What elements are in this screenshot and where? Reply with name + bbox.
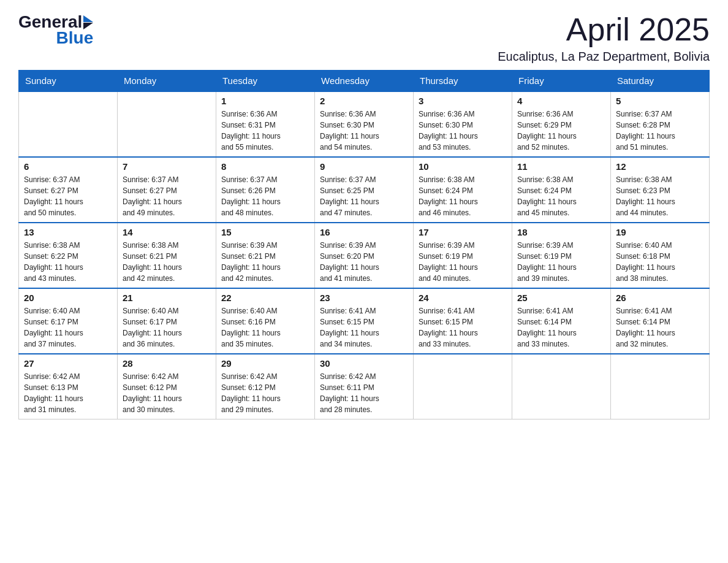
- day-info: Sunrise: 6:39 AMSunset: 6:19 PMDaylight:…: [419, 240, 507, 284]
- week-row-2: 6Sunrise: 6:37 AMSunset: 6:27 PMDaylight…: [19, 157, 710, 223]
- day-number: 23: [320, 293, 408, 303]
- day-number: 26: [616, 293, 704, 303]
- day-number: 14: [123, 227, 211, 237]
- day-info: Sunrise: 6:40 AMSunset: 6:17 PMDaylight:…: [24, 305, 112, 350]
- calendar-cell: 27Sunrise: 6:42 AMSunset: 6:13 PMDayligh…: [19, 354, 118, 419]
- calendar-cell: 18Sunrise: 6:39 AMSunset: 6:19 PMDayligh…: [512, 223, 611, 288]
- day-info: Sunrise: 6:39 AMSunset: 6:19 PMDaylight:…: [517, 240, 605, 284]
- day-info: Sunrise: 6:39 AMSunset: 6:20 PMDaylight:…: [320, 240, 408, 284]
- day-info: Sunrise: 6:38 AMSunset: 6:24 PMDaylight:…: [517, 174, 605, 218]
- day-number: 29: [221, 358, 309, 369]
- day-number: 27: [24, 358, 112, 369]
- calendar-cell: 24Sunrise: 6:41 AMSunset: 6:15 PMDayligh…: [414, 288, 512, 354]
- day-info: Sunrise: 6:42 AMSunset: 6:13 PMDaylight:…: [24, 371, 112, 415]
- calendar-cell: 23Sunrise: 6:41 AMSunset: 6:15 PMDayligh…: [315, 288, 414, 354]
- day-number: 8: [221, 161, 309, 172]
- calendar-cell: 8Sunrise: 6:37 AMSunset: 6:26 PMDaylight…: [216, 157, 315, 223]
- calendar-cell: 21Sunrise: 6:40 AMSunset: 6:17 PMDayligh…: [118, 288, 216, 354]
- day-number: 20: [24, 293, 112, 303]
- day-number: 15: [221, 227, 309, 237]
- calendar-cell: [19, 91, 118, 157]
- calendar-cell: 14Sunrise: 6:38 AMSunset: 6:21 PMDayligh…: [118, 223, 216, 288]
- calendar-cell: 9Sunrise: 6:37 AMSunset: 6:25 PMDaylight…: [315, 157, 414, 223]
- day-number: 4: [517, 96, 605, 106]
- day-info: Sunrise: 6:37 AMSunset: 6:28 PMDaylight:…: [616, 109, 704, 153]
- calendar-header-row: SundayMondayTuesdayWednesdayThursdayFrid…: [19, 71, 710, 92]
- calendar-header-thursday: Thursday: [414, 71, 512, 92]
- day-number: 19: [616, 227, 704, 237]
- day-number: 16: [320, 227, 408, 237]
- day-info: Sunrise: 6:40 AMSunset: 6:17 PMDaylight:…: [123, 305, 211, 350]
- day-info: Sunrise: 6:36 AMSunset: 6:30 PMDaylight:…: [320, 109, 408, 153]
- week-row-1: 1Sunrise: 6:36 AMSunset: 6:31 PMDaylight…: [19, 91, 710, 157]
- calendar-cell: 5Sunrise: 6:37 AMSunset: 6:28 PMDaylight…: [611, 91, 710, 157]
- day-number: 11: [517, 161, 605, 172]
- calendar-cell: 11Sunrise: 6:38 AMSunset: 6:24 PMDayligh…: [512, 157, 611, 223]
- day-number: 28: [123, 358, 211, 369]
- day-info: Sunrise: 6:38 AMSunset: 6:21 PMDaylight:…: [123, 240, 211, 284]
- day-info: Sunrise: 6:42 AMSunset: 6:12 PMDaylight:…: [221, 371, 309, 415]
- logo: General Blue: [18, 12, 93, 48]
- day-info: Sunrise: 6:37 AMSunset: 6:26 PMDaylight:…: [221, 174, 309, 218]
- calendar-cell: 10Sunrise: 6:38 AMSunset: 6:24 PMDayligh…: [414, 157, 512, 223]
- day-number: 24: [419, 293, 507, 303]
- day-number: 3: [419, 96, 507, 106]
- day-info: Sunrise: 6:38 AMSunset: 6:24 PMDaylight:…: [419, 174, 507, 218]
- page-header: General Blue April 2025 Eucaliptus, La P…: [18, 12, 710, 64]
- location-subtitle: Eucaliptus, La Paz Department, Bolivia: [498, 50, 710, 64]
- calendar-cell: [414, 354, 512, 419]
- calendar-header-tuesday: Tuesday: [216, 71, 315, 92]
- calendar-cell: 16Sunrise: 6:39 AMSunset: 6:20 PMDayligh…: [315, 223, 414, 288]
- calendar-cell: [611, 354, 710, 419]
- calendar-cell: 22Sunrise: 6:40 AMSunset: 6:16 PMDayligh…: [216, 288, 315, 354]
- calendar-cell: 12Sunrise: 6:38 AMSunset: 6:23 PMDayligh…: [611, 157, 710, 223]
- calendar-header-monday: Monday: [118, 71, 216, 92]
- day-number: 13: [24, 227, 112, 237]
- day-info: Sunrise: 6:37 AMSunset: 6:27 PMDaylight:…: [24, 174, 112, 218]
- day-number: 9: [320, 161, 408, 172]
- calendar-cell: 29Sunrise: 6:42 AMSunset: 6:12 PMDayligh…: [216, 354, 315, 419]
- day-number: 5: [616, 96, 704, 106]
- calendar-cell: 20Sunrise: 6:40 AMSunset: 6:17 PMDayligh…: [19, 288, 118, 354]
- week-row-3: 13Sunrise: 6:38 AMSunset: 6:22 PMDayligh…: [19, 223, 710, 288]
- calendar-cell: 13Sunrise: 6:38 AMSunset: 6:22 PMDayligh…: [19, 223, 118, 288]
- calendar-cell: 30Sunrise: 6:42 AMSunset: 6:11 PMDayligh…: [315, 354, 414, 419]
- day-number: 6: [24, 161, 112, 172]
- day-info: Sunrise: 6:41 AMSunset: 6:14 PMDaylight:…: [616, 305, 704, 350]
- calendar-cell: 26Sunrise: 6:41 AMSunset: 6:14 PMDayligh…: [611, 288, 710, 354]
- day-info: Sunrise: 6:41 AMSunset: 6:14 PMDaylight:…: [517, 305, 605, 350]
- day-info: Sunrise: 6:40 AMSunset: 6:18 PMDaylight:…: [616, 240, 704, 284]
- calendar-header-sunday: Sunday: [19, 71, 118, 92]
- day-info: Sunrise: 6:42 AMSunset: 6:11 PMDaylight:…: [320, 371, 408, 415]
- day-info: Sunrise: 6:37 AMSunset: 6:27 PMDaylight:…: [123, 174, 211, 218]
- calendar-cell: [118, 91, 216, 157]
- day-number: 30: [320, 358, 408, 369]
- day-info: Sunrise: 6:36 AMSunset: 6:29 PMDaylight:…: [517, 109, 605, 153]
- day-info: Sunrise: 6:36 AMSunset: 6:31 PMDaylight:…: [221, 109, 309, 153]
- calendar-cell: [512, 354, 611, 419]
- week-row-5: 27Sunrise: 6:42 AMSunset: 6:13 PMDayligh…: [19, 354, 710, 419]
- calendar-cell: 17Sunrise: 6:39 AMSunset: 6:19 PMDayligh…: [414, 223, 512, 288]
- day-number: 25: [517, 293, 605, 303]
- day-info: Sunrise: 6:41 AMSunset: 6:15 PMDaylight:…: [419, 305, 507, 350]
- calendar-cell: 1Sunrise: 6:36 AMSunset: 6:31 PMDaylight…: [216, 91, 315, 157]
- day-info: Sunrise: 6:42 AMSunset: 6:12 PMDaylight:…: [123, 371, 211, 415]
- day-number: 10: [419, 161, 507, 172]
- day-number: 12: [616, 161, 704, 172]
- day-number: 18: [517, 227, 605, 237]
- calendar-cell: 28Sunrise: 6:42 AMSunset: 6:12 PMDayligh…: [118, 354, 216, 419]
- calendar-header-saturday: Saturday: [611, 71, 710, 92]
- logo-blue: Blue: [55, 28, 94, 48]
- day-info: Sunrise: 6:37 AMSunset: 6:25 PMDaylight:…: [320, 174, 408, 218]
- calendar-cell: 2Sunrise: 6:36 AMSunset: 6:30 PMDaylight…: [315, 91, 414, 157]
- day-number: 22: [221, 293, 309, 303]
- calendar-cell: 15Sunrise: 6:39 AMSunset: 6:21 PMDayligh…: [216, 223, 315, 288]
- day-info: Sunrise: 6:41 AMSunset: 6:15 PMDaylight:…: [320, 305, 408, 350]
- day-info: Sunrise: 6:38 AMSunset: 6:23 PMDaylight:…: [616, 174, 704, 218]
- day-number: 17: [419, 227, 507, 237]
- calendar-cell: 7Sunrise: 6:37 AMSunset: 6:27 PMDaylight…: [118, 157, 216, 223]
- day-info: Sunrise: 6:38 AMSunset: 6:22 PMDaylight:…: [24, 240, 112, 284]
- calendar-header-wednesday: Wednesday: [315, 71, 414, 92]
- day-info: Sunrise: 6:36 AMSunset: 6:30 PMDaylight:…: [419, 109, 507, 153]
- calendar-cell: 4Sunrise: 6:36 AMSunset: 6:29 PMDaylight…: [512, 91, 611, 157]
